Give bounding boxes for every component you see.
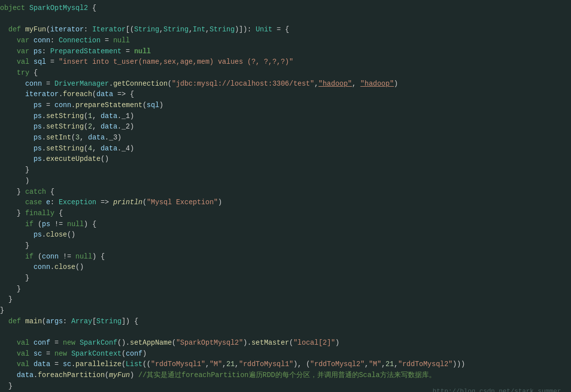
code-line-25: conn.close()	[0, 262, 571, 273]
code-line-33: val sc = new SparkContext(conf)	[0, 349, 571, 360]
code-line-32: val conf = new SparkConf().setAppName("S…	[0, 338, 571, 349]
code-line-11: ps.setString(1, data._1)	[0, 111, 571, 122]
code-line-35: data.foreachPartition(myFun) //其实是通过fore…	[0, 370, 571, 381]
code-line-2	[0, 14, 571, 25]
code-line-29: }	[0, 305, 571, 316]
code-editor: object SparkOptMysql2 { def myFun(iterat…	[0, 0, 571, 392]
code-line-1: object SparkOptMysql2 {	[0, 3, 571, 14]
code-line-26: }	[0, 273, 571, 284]
code-line-5: var ps: PreparedStatement = null	[0, 46, 571, 57]
code-line-28: }	[0, 294, 571, 305]
code-line-12: ps.setString(2, data._2)	[0, 122, 571, 132]
code-line-13: ps.setInt(3, data._3)	[0, 132, 571, 143]
code-line-30: def main(args: Array[String]) {	[0, 316, 571, 327]
code-line-9: iterator.foreach(data => {	[0, 89, 571, 100]
code-line-8: conn = DriverManager.getConnection("jdbc…	[0, 79, 571, 90]
code-line-18: } catch {	[0, 187, 571, 198]
code-line-19: case e: Exception => println("Mysql Exce…	[0, 197, 571, 208]
code-line-4: var conn: Connection = null	[0, 35, 571, 46]
code-line-31	[0, 327, 571, 338]
code-line-21: if (ps != null) {	[0, 219, 571, 230]
code-line-22: ps.close()	[0, 230, 571, 241]
code-line-10: ps = conn.prepareStatement(sql)	[0, 100, 571, 111]
code-line-17: )	[0, 176, 571, 187]
code-line-15: ps.executeUpdate()	[0, 154, 571, 165]
code-line-27: }	[0, 284, 571, 295]
code-line-20: } finally {	[0, 208, 571, 219]
watermark: http://blog.csdn.net/stark_summer	[433, 387, 561, 392]
code-line-7: try {	[0, 68, 571, 79]
code-line-34: val data = sc.parallelize(List(("rddToMy…	[0, 359, 571, 370]
code-line-24: if (conn != null) {	[0, 252, 571, 262]
code-line-16: }	[0, 165, 571, 176]
code-line-6: val sql = "insert into t_user(name,sex,a…	[0, 57, 571, 68]
code-line-14: ps.setString(4, data._4)	[0, 143, 571, 154]
code-line-23: }	[0, 241, 571, 252]
code-line-3: def myFun(iterator: Iterator[(String,Str…	[0, 24, 571, 35]
